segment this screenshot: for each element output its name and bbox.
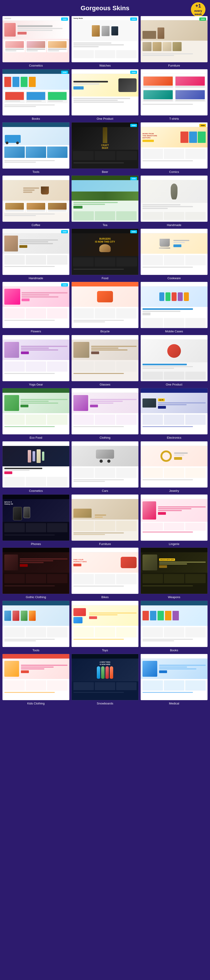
mock-gothic — [3, 548, 69, 594]
skin-watches[interactable]: new Sandy Moda — [72, 16, 138, 67]
mock-clothing — [72, 388, 138, 434]
skin-medical-thumb — [140, 654, 208, 700]
skin-coffee[interactable]: Coffee — [2, 175, 70, 227]
skin-tshirts-label: T-shirts — [169, 117, 179, 120]
skin-electronics-label: Electronics — [167, 436, 181, 439]
skin-yoga-thumb — [2, 335, 70, 382]
mock-ecofood — [3, 388, 69, 434]
skin-cookware[interactable]: Cookware — [140, 229, 208, 280]
skin-flowers[interactable]: new — [2, 282, 70, 333]
skin-furniture1[interactable]: new — [140, 16, 208, 67]
skin-cars[interactable]: Cars — [72, 441, 138, 493]
skin-weapons[interactable]: SALES 80% OFF Weapons — [140, 547, 208, 599]
new-badge-flowers: new — [61, 283, 68, 286]
skin-electronics[interactable]: $179 Electronics — [140, 388, 208, 439]
skin-cookware-thumb — [140, 229, 208, 275]
skin-electronics-thumb: $179 — [140, 388, 208, 434]
skin-furniture1-label: Furniture — [168, 64, 180, 67]
skin-lingerie-thumb — [140, 494, 208, 541]
skin-beer-label: Beer — [102, 170, 108, 173]
skin-jewelry-thumb — [140, 441, 208, 488]
skin-cosmetics2-thumb — [2, 441, 70, 488]
skin-food-label: Food — [102, 277, 108, 280]
mock-kids — [3, 654, 69, 700]
skin-cosmetics2[interactable]: Cosmetics — [2, 441, 70, 493]
skin-tools2[interactable]: Tools — [2, 601, 70, 652]
skin-gothic-thumb — [2, 547, 70, 594]
skin-ecofood[interactable]: Eco Food — [2, 388, 70, 439]
skin-cosmetics1[interactable]: new Cosmetics — [2, 16, 70, 67]
mock-flowers — [3, 282, 69, 328]
skin-yoga[interactable]: Yoga Gear — [2, 335, 70, 386]
skin-bikes-label: Bikes — [101, 595, 109, 599]
skin-beer[interactable]: new CRAFTBEER Beer — [72, 122, 138, 173]
skin-yoga-label: Yoga Gear — [29, 383, 43, 386]
mock-books2 — [141, 601, 207, 647]
skin-watches-label: Watches — [99, 64, 111, 67]
skin-furniture2[interactable]: Furniture — [72, 494, 138, 546]
mock-jewelry — [141, 441, 207, 487]
skin-food[interactable]: new BURGERSIS NOW THIS CITY Food — [72, 229, 138, 280]
skin-glasses[interactable]: Glasses — [72, 335, 138, 386]
skin-lingerie[interactable]: Lingerie — [140, 494, 208, 546]
mock-weapons: SALES 80% OFF — [141, 548, 207, 594]
skin-oneprod2[interactable]: One Product — [140, 335, 208, 386]
mock-oneprod1 — [72, 69, 138, 115]
page-header: Gorgeous Skins +1 every week — [0, 0, 210, 14]
skin-books2-label: Books — [170, 649, 178, 652]
skin-books1[interactable]: new Books — [2, 69, 70, 120]
skin-oneprod1-label: One Product — [97, 117, 113, 120]
skin-tools1-thumb — [2, 122, 70, 169]
skin-phones[interactable]: Iphone 6Galaxy S6 Phones — [2, 494, 70, 546]
skin-jewelry-label: Jewelry — [169, 489, 179, 493]
skin-snow[interactable]: A NEW THINGIS NOW HERE — [72, 654, 138, 705]
skin-books1-thumb: new — [2, 69, 70, 116]
skin-tea[interactable]: new Tea — [72, 175, 138, 227]
mock-tools2 — [3, 601, 69, 647]
new-badge-books1: new — [61, 71, 68, 74]
skin-books2-thumb — [140, 601, 208, 647]
skin-bikes[interactable]: FIND YOURPERFECT BIKE Bikes — [72, 547, 138, 599]
skin-books1-label: Books — [32, 117, 40, 120]
skin-handmade1[interactable]: Handmade — [140, 175, 208, 227]
skin-kids[interactable]: Kids Clothing — [2, 654, 70, 705]
mock-cosmetics2 — [3, 441, 69, 487]
skin-cosmetics2-label: Cosmetics — [29, 489, 43, 493]
new-badge-beer: new — [130, 124, 137, 127]
skin-cosmetics1-thumb: new — [2, 16, 70, 62]
skin-tools1-label: Tools — [32, 170, 39, 173]
skin-flowers-label: Flowers — [31, 329, 41, 333]
skin-toys-thumb — [72, 601, 138, 647]
skin-jewelry[interactable]: Jewelry — [140, 441, 208, 493]
skin-flowers-thumb: new — [2, 282, 70, 328]
skin-handmade2[interactable]: new — [2, 229, 70, 280]
skin-gothic[interactable]: Gothic Clothing — [2, 547, 70, 599]
skin-medical[interactable]: Medical — [140, 654, 208, 705]
skin-tshirts[interactable]: T-shirts — [140, 69, 208, 120]
badge-plus-one: +1 — [195, 3, 201, 9]
skin-handmade1-label: Handmade — [167, 223, 181, 227]
mock-tea — [72, 176, 138, 222]
skin-comics-label: Comics — [169, 170, 179, 173]
skin-oneprod2-thumb — [140, 335, 208, 382]
mock-watches: Sandy Moda — [72, 16, 138, 62]
skin-phones-thumb: Iphone 6Galaxy S6 — [2, 494, 70, 541]
skin-tools2-label: Tools — [32, 649, 39, 652]
skin-glasses-thumb — [72, 335, 138, 382]
skin-comics[interactable]: new More fromthe WebstoreEditors — [140, 122, 208, 173]
skin-kids-thumb — [2, 654, 70, 700]
skin-tools1[interactable]: Tools — [2, 122, 70, 173]
weekly-badge: +1 every week — [191, 2, 205, 17]
skin-mobile[interactable]: Mobile Cases — [140, 282, 208, 333]
skin-bicycle[interactable]: Bicycle — [72, 282, 138, 333]
skin-kids-label: Kids Clothing — [27, 702, 45, 705]
skin-tea-label: Tea — [103, 223, 108, 227]
skin-toys[interactable]: Toys — [72, 601, 138, 652]
page-title: Gorgeous Skins — [81, 5, 130, 12]
skin-mobile-thumb — [140, 282, 208, 328]
mock-handmade1 — [141, 176, 207, 222]
skin-clothing[interactable]: Clothing — [72, 388, 138, 439]
skin-ecofood-label: Eco Food — [30, 436, 42, 439]
skin-books2[interactable]: Books — [140, 601, 208, 652]
skin-oneprod1[interactable]: new One Product — [72, 69, 138, 120]
